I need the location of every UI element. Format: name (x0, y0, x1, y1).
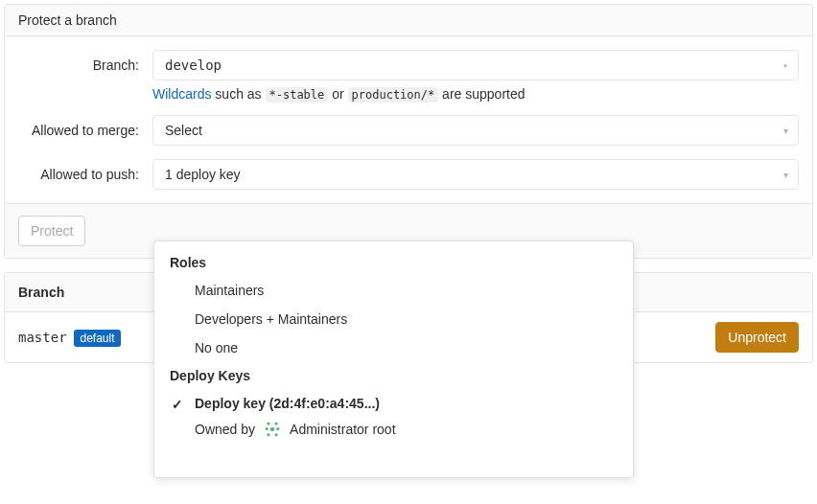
unprotect-button[interactable]: Unprotect (715, 322, 799, 353)
panel-body: Branch: develop ▾ Wildcards such as *-st… (5, 36, 812, 203)
roles-section-title: Roles (154, 249, 633, 276)
merge-select[interactable]: Select ▾ (152, 115, 799, 146)
branch-name: master (18, 330, 67, 345)
deploy-key-label: Deploy key (2d:4f:e0:a4:45...) (195, 396, 380, 411)
wildcards-text1: such as (211, 86, 265, 102)
chevron-down-icon: ▾ (783, 126, 788, 136)
deploy-keys-section-title: Deploy Keys (154, 362, 633, 389)
branch-select[interactable]: develop ▾ (152, 50, 799, 80)
panel-title: Protect a branch (5, 5, 812, 36)
branch-value: develop (165, 57, 222, 73)
branch-label: Branch: (18, 50, 152, 73)
branch-cell: master default (18, 330, 121, 345)
branch-control: develop ▾ Wildcards such as *-stable or … (152, 50, 799, 102)
chevron-down-icon: ▾ (783, 170, 788, 180)
svg-rect-2 (275, 423, 278, 425)
identicon-icon (264, 421, 281, 438)
deploy-key-option[interactable]: ✓ Deploy key (2d:4f:e0:a4:45...) (154, 389, 633, 418)
role-option-maintainers[interactable]: Maintainers (154, 276, 633, 305)
svg-rect-4 (270, 427, 274, 431)
owned-by-prefix: Owned by (195, 422, 255, 437)
push-row: Allowed to push: 1 deploy key ▾ (18, 159, 799, 190)
avatar (263, 420, 282, 439)
svg-rect-7 (275, 434, 278, 437)
wildcards-code1: *-stable (266, 87, 329, 103)
role-option-developers-maintainers[interactable]: Developers + Maintainers (154, 305, 633, 333)
wildcards-text2: or (328, 86, 347, 102)
wildcards-text3: are supported (438, 86, 525, 102)
svg-rect-5 (277, 427, 280, 430)
dropdown-scroll[interactable]: Roles Maintainers Developers + Maintaine… (154, 249, 633, 466)
protect-branch-panel: Protect a branch Branch: develop ▾ Wildc… (4, 4, 813, 259)
wildcards-link[interactable]: Wildcards (152, 86, 211, 102)
merge-value: Select (165, 123, 202, 138)
check-icon: ✓ (172, 397, 183, 412)
role-option-no-one[interactable]: No one (154, 333, 633, 362)
deploy-key-owner: Owned by Administrator root (154, 418, 633, 443)
svg-rect-6 (268, 434, 270, 437)
owned-by-name: Administrator root (290, 422, 395, 437)
push-label: Allowed to push: (18, 159, 152, 182)
push-dropdown: Roles Maintainers Developers + Maintaine… (153, 241, 634, 478)
merge-control: Select ▾ (152, 115, 799, 146)
merge-row: Allowed to merge: Select ▾ (18, 115, 799, 146)
wildcards-help: Wildcards such as *-stable or production… (152, 86, 799, 102)
protect-button[interactable]: Protect (18, 216, 85, 246)
branch-row: Branch: develop ▾ Wildcards such as *-st… (18, 50, 799, 102)
wildcards-code2: production/* (348, 87, 439, 103)
merge-label: Allowed to merge: (18, 115, 152, 138)
push-control: 1 deploy key ▾ (152, 159, 799, 190)
svg-rect-1 (268, 423, 270, 425)
chevron-down-icon: ▾ (782, 60, 788, 71)
push-select[interactable]: 1 deploy key ▾ (152, 159, 799, 190)
svg-rect-3 (266, 427, 268, 430)
default-badge: default (74, 330, 120, 347)
push-value: 1 deploy key (165, 167, 241, 182)
